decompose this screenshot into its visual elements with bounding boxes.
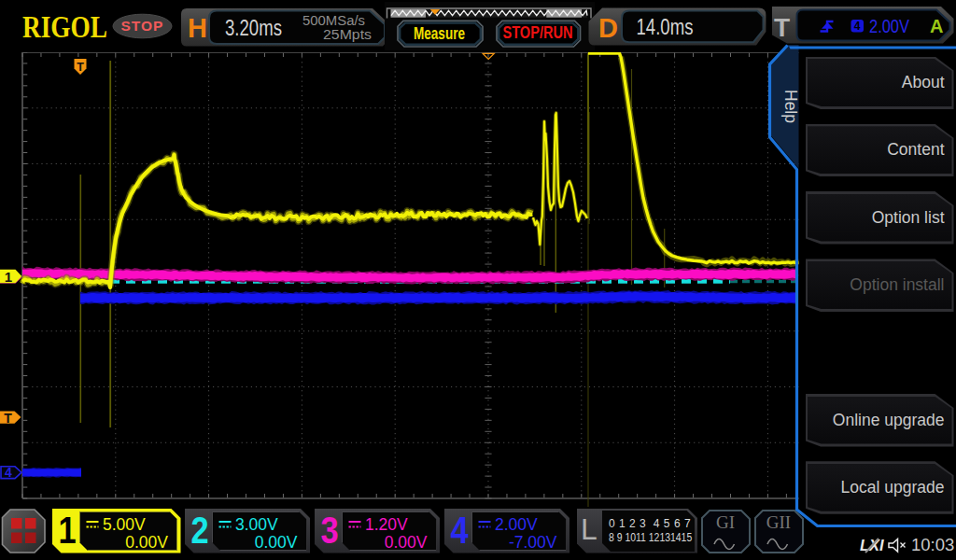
svg-text:25Mpts: 25Mpts [323,26,372,42]
svg-text:4: 4 [5,465,12,480]
svg-text:STOP: STOP [121,18,164,34]
svg-text:Measure: Measure [414,23,465,43]
svg-text:2.00V: 2.00V [869,16,910,36]
svg-text:4: 4 [854,20,861,33]
svg-text:D: D [598,13,618,43]
svg-text:GII: GII [766,512,791,532]
svg-text:STOP/RUN: STOP/RUN [503,23,573,42]
svg-text:A: A [930,16,943,36]
svg-text:T: T [774,13,790,42]
svg-text:14.0ms: 14.0ms [637,15,694,39]
svg-text:RIGOL: RIGOL [22,10,107,44]
svg-text:H: H [188,13,207,43]
svg-text:T: T [77,61,84,74]
svg-text:T: T [4,411,12,426]
svg-text:3.20ms: 3.20ms [225,16,282,40]
svg-text:1: 1 [5,269,12,285]
svg-text:GI: GI [716,512,735,532]
